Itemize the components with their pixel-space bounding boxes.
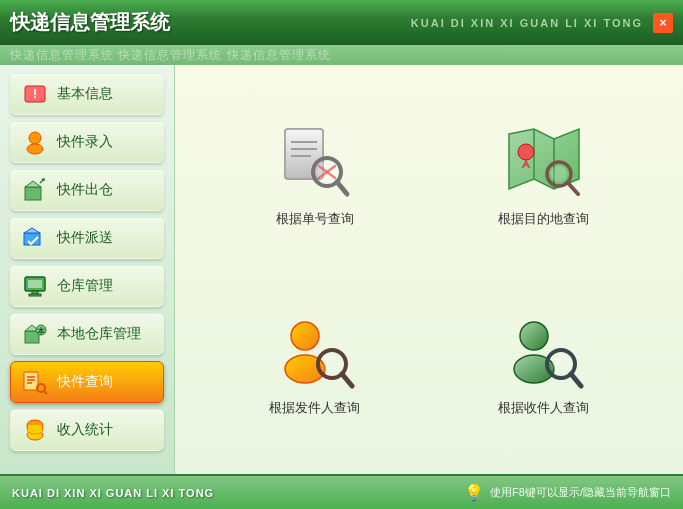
person-search-icon-wrap (270, 311, 360, 391)
receiver-search-icon (504, 314, 584, 389)
query-icon (21, 368, 49, 396)
svg-rect-12 (29, 294, 41, 296)
svg-marker-5 (25, 181, 41, 187)
map-search-icon (504, 124, 584, 199)
app-title-en: KUAI DI XIN XI GUAN LI XI TONG (411, 17, 643, 29)
sidebar-item-local-warehouse[interactable]: 本 本地仓库管理 (10, 313, 164, 355)
svg-point-38 (518, 144, 534, 160)
query-item-by-receiver[interactable]: 根据收件人查询 (434, 275, 653, 455)
sidebar-item-income-stats[interactable]: 收入统计 (10, 409, 164, 451)
close-button[interactable]: × (653, 13, 673, 33)
svg-point-47 (520, 322, 548, 350)
svg-line-22 (44, 391, 47, 394)
svg-point-40 (551, 166, 567, 182)
query-label-by-sender: 根据发件人查询 (269, 399, 360, 417)
sidebar-item-express-entry[interactable]: 快件录入 (10, 121, 164, 163)
query-label-by-dest: 根据目的地查询 (498, 210, 589, 228)
app-title-cn: 快递信息管理系统 (10, 9, 170, 36)
svg-line-32 (337, 182, 347, 194)
svg-line-41 (568, 183, 578, 194)
sidebar: ! 基本信息 快件录入 快件出仓 (0, 65, 175, 474)
title-bar: 快递信息管理系统 KUAI DI XIN XI GUAN LI XI TONG … (0, 0, 683, 45)
query-item-by-sender[interactable]: 根据发件人查询 (205, 275, 424, 455)
sidebar-item-express-query[interactable]: 快件查询 (10, 361, 164, 403)
svg-point-2 (29, 132, 41, 144)
svg-rect-10 (28, 280, 42, 288)
sidebar-label-local-warehouse: 本地仓库管理 (57, 325, 141, 343)
svg-text:本: 本 (36, 327, 46, 336)
hint-icon: 💡 (464, 483, 484, 502)
sidebar-label-express-delivery: 快件派送 (57, 229, 113, 247)
content-area: 根据单号查询 (175, 65, 683, 474)
sidebar-item-warehouse[interactable]: 仓库管理 (10, 265, 164, 307)
map-search-icon-wrap (499, 122, 589, 202)
svg-line-51 (571, 374, 581, 386)
sidebar-item-express-delivery[interactable]: 快件派送 (10, 217, 164, 259)
income-icon (21, 416, 49, 444)
svg-rect-17 (24, 372, 38, 390)
title-bar-left: 快递信息管理系统 (10, 9, 170, 36)
svg-point-3 (27, 144, 43, 154)
svg-point-50 (552, 355, 570, 373)
box-out-icon (21, 176, 49, 204)
sidebar-label-express-out: 快件出仓 (57, 181, 113, 199)
watermark-text: 快递信息管理系统 快递信息管理系统 快递信息管理系统 (10, 47, 331, 64)
svg-rect-4 (25, 187, 41, 200)
sidebar-item-basic-info[interactable]: ! 基本信息 (10, 73, 164, 115)
status-right: 💡 使用F8键可以显示/隐藏当前导航窗口 (464, 483, 671, 502)
sidebar-label-express-entry: 快件录入 (57, 133, 113, 151)
local-wh-icon: 本 (21, 320, 49, 348)
query-label-by-receiver: 根据收件人查询 (498, 399, 589, 417)
svg-point-45 (323, 355, 341, 373)
sidebar-item-express-out[interactable]: 快件出仓 (10, 169, 164, 211)
person-search2-icon-wrap (499, 311, 589, 391)
svg-line-46 (342, 374, 352, 386)
query-item-by-dest[interactable]: 根据目的地查询 (434, 85, 653, 265)
query-label-by-order: 根据单号查询 (276, 210, 354, 228)
sidebar-label-basic-info: 基本信息 (57, 85, 113, 103)
status-hint-text: 使用F8键可以显示/隐藏当前导航窗口 (490, 485, 671, 500)
status-bar: KUAI DI XIN XI GUAN LI XI TONG 💡 使用F8键可以… (0, 474, 683, 509)
svg-marker-7 (24, 228, 40, 233)
svg-point-42 (291, 322, 319, 350)
sidebar-label-income-stats: 收入统计 (57, 421, 113, 439)
sidebar-label-warehouse: 仓库管理 (57, 277, 113, 295)
delivery-icon (21, 224, 49, 252)
warning-icon: ! (21, 80, 49, 108)
sender-search-icon (275, 314, 355, 389)
status-left-text: KUAI DI XIN XI GUAN LI XI TONG (12, 487, 214, 499)
main-layout: ! 基本信息 快件录入 快件出仓 (0, 65, 683, 474)
user-icon (21, 128, 49, 156)
doc-search-icon (275, 124, 355, 199)
watermark-bar: 快递信息管理系统 快递信息管理系统 快递信息管理系统 (0, 45, 683, 65)
svg-text:!: ! (33, 87, 37, 101)
sidebar-label-express-query: 快件查询 (57, 373, 113, 391)
doc-search-icon-wrap (270, 122, 360, 202)
monitor-icon (21, 272, 49, 300)
query-item-by-order[interactable]: 根据单号查询 (205, 85, 424, 265)
